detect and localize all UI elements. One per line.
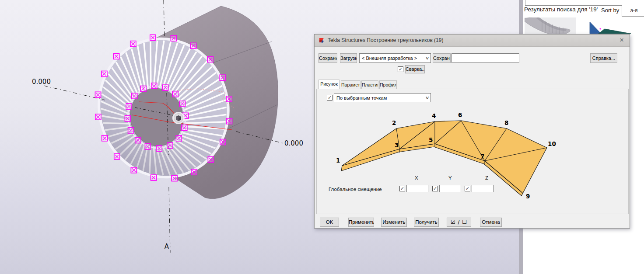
- search-results-label: Результаты поиска для '19': [524, 6, 598, 13]
- method-combo-value: По выбранным точкам: [336, 95, 387, 101]
- selection-handle[interactable]: [131, 167, 136, 173]
- check-icon: ✓: [466, 186, 469, 191]
- selection-handle[interactable]: [135, 137, 141, 143]
- selection-handle[interactable]: [226, 96, 232, 102]
- selection-handle[interactable]: [102, 71, 107, 77]
- selection-handle[interactable]: [227, 118, 232, 124]
- offset-x-checkbox[interactable]: ✓: [399, 186, 405, 191]
- offset-y-checkbox[interactable]: ✓: [432, 186, 438, 191]
- selection-handle[interactable]: [114, 53, 119, 59]
- app-root: 0.000 0.000 A Результаты поиска для '19'…: [0, 0, 644, 274]
- selection-handle[interactable]: [145, 144, 150, 149]
- check-icon: ✓: [400, 186, 404, 191]
- toggle-fields-button[interactable]: ☑ / ☐: [447, 218, 471, 227]
- selection-handle[interactable]: [140, 86, 146, 92]
- svg-text:9: 9: [526, 193, 530, 200]
- selection-handle[interactable]: [191, 43, 196, 49]
- svg-text:6: 6: [458, 112, 462, 118]
- selection-handle[interactable]: [207, 56, 213, 62]
- help-button[interactable]: Справка...: [590, 53, 617, 63]
- weld-checkbox[interactable]: ✓: [398, 66, 403, 72]
- svg-text:3: 3: [395, 142, 399, 149]
- svg-text:7: 7: [480, 153, 484, 160]
- cancel-button[interactable]: Отмена: [480, 218, 502, 227]
- selection-handle[interactable]: [125, 116, 130, 121]
- selection-handle[interactable]: [156, 146, 162, 151]
- axis-y-label: Y: [448, 175, 452, 180]
- axis-label-a: A: [164, 243, 169, 250]
- selection-handle[interactable]: [163, 85, 168, 90]
- global-offset-label: Глобальное смещение: [329, 187, 382, 192]
- selection-handle[interactable]: [179, 101, 185, 107]
- svg-text:4: 4: [432, 112, 436, 119]
- tab-picture[interactable]: Рисунок: [318, 80, 340, 89]
- environment-combo[interactable]: < Внешняя разработка > ∨: [359, 53, 431, 63]
- selection-handle[interactable]: [130, 41, 136, 47]
- get-button[interactable]: Получить: [414, 218, 439, 227]
- tab-plate[interactable]: Пластина: [361, 80, 378, 89]
- ramp-shape: [525, 17, 570, 34]
- selection-handle[interactable]: [126, 104, 132, 109]
- close-icon[interactable]: ×: [617, 35, 626, 46]
- selection-handle[interactable]: [171, 35, 176, 41]
- selection-handle[interactable]: [132, 93, 137, 99]
- selection-handle[interactable]: [182, 125, 187, 131]
- tab-parameters[interactable]: Параметры: [341, 80, 360, 89]
- origin-cube-gizmo[interactable]: [172, 112, 185, 124]
- tekla-logo-icon: [319, 38, 326, 43]
- selection-handle[interactable]: [220, 75, 225, 80]
- selection-handle[interactable]: [172, 91, 178, 97]
- name-field[interactable]: [452, 53, 519, 63]
- search-result-thumbnail-ramp[interactable]: [525, 17, 576, 34]
- check-icon: ✓: [399, 66, 402, 72]
- selection-handle[interactable]: [151, 175, 157, 180]
- save-button[interactable]: Сохранить: [318, 53, 337, 63]
- chevron-down-icon: ∨: [425, 54, 429, 62]
- axis-x-label: X: [415, 175, 418, 180]
- offset-z-checkbox[interactable]: ✓: [465, 186, 470, 191]
- svg-text:8: 8: [504, 119, 508, 126]
- selection-handle[interactable]: [191, 169, 197, 175]
- selection-handle[interactable]: [128, 128, 134, 133]
- selection-handle[interactable]: [150, 35, 156, 41]
- selection-handle[interactable]: [172, 176, 177, 181]
- check-icon: ✓: [433, 186, 437, 191]
- method-combo[interactable]: По выбранным точкам ∨: [334, 93, 431, 102]
- svg-text:2: 2: [392, 119, 396, 126]
- dim-label-left: 0.000: [32, 78, 51, 86]
- weld-button[interactable]: Сварка....: [405, 65, 425, 73]
- apply-button[interactable]: Применить: [348, 218, 374, 227]
- selection-handle[interactable]: [220, 139, 226, 145]
- selection-handle[interactable]: [95, 92, 101, 97]
- dim-label-right: 0.000: [284, 139, 303, 147]
- svg-text:1: 1: [336, 157, 340, 164]
- save-as-button[interactable]: Сохранить как: [433, 53, 451, 63]
- svg-text:5: 5: [429, 136, 433, 143]
- sort-by-label: Sort by: [601, 7, 619, 14]
- axis-z-label: Z: [485, 175, 488, 180]
- selection-handle[interactable]: [102, 135, 108, 141]
- dialog-titlebar[interactable]: Tekla Structures Построение треугольнико…: [315, 35, 630, 47]
- modify-button[interactable]: Изменить: [381, 218, 407, 227]
- chevron-down-icon: ∨: [425, 94, 429, 102]
- search-result-thumbnail-plates[interactable]: [582, 17, 631, 34]
- plate-face: [342, 121, 547, 193]
- offset-z-input[interactable]: [472, 185, 494, 192]
- svg-text:10: 10: [548, 140, 556, 147]
- dialog-title: Tekla Structures Построение треугольнико…: [328, 35, 443, 46]
- selection-handle[interactable]: [167, 142, 173, 148]
- selection-handle[interactable]: [151, 83, 157, 89]
- offset-x-input[interactable]: [406, 185, 428, 192]
- offset-y-input[interactable]: [439, 185, 461, 192]
- ok-button[interactable]: OK: [320, 218, 339, 227]
- sort-order-select[interactable]: а-я: [622, 5, 644, 17]
- selection-handle[interactable]: [208, 157, 214, 163]
- blue-plate: [590, 22, 601, 34]
- load-button[interactable]: Загрузка: [340, 53, 357, 63]
- method-checkbox[interactable]: ✓: [327, 95, 332, 101]
- tab-profile[interactable]: Профиль: [379, 80, 397, 89]
- environment-combo-value: < Внешняя разработка >: [362, 55, 417, 61]
- selection-handle[interactable]: [114, 154, 120, 160]
- selection-handle[interactable]: [95, 114, 101, 120]
- selection-handle[interactable]: [176, 135, 182, 141]
